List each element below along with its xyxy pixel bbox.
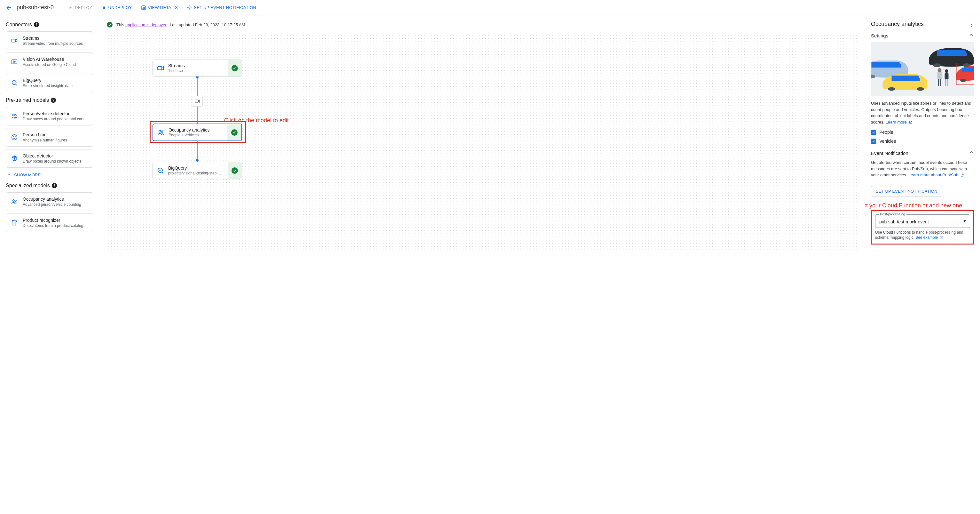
settings-description: Uses advanced inputs like zones or lines… (871, 100, 974, 125)
camera-icon (11, 37, 18, 45)
settings-section-header[interactable]: Settings (871, 32, 974, 39)
show-more-button[interactable]: SHOW MORE (7, 172, 92, 178)
svg-point-28 (917, 87, 924, 91)
checkbox-checked-icon (871, 129, 876, 135)
svg-rect-3 (12, 39, 16, 42)
setup-notification-button[interactable]: SET UP EVENT NOTIFICATION (184, 3, 259, 12)
svg-rect-36 (945, 79, 947, 86)
deploy-button[interactable]: DEPLOY (65, 3, 95, 12)
svg-rect-35 (945, 73, 949, 79)
check-icon (231, 129, 237, 136)
model-object-detector[interactable]: Object detectorDraw boxes around known o… (6, 149, 93, 168)
chevron-up-icon (969, 150, 974, 157)
people-icon (153, 124, 169, 140)
sidebar: Connectors ? StreamsStream video from mu… (0, 15, 99, 514)
view-details-button[interactable]: VIEW DETAILS (138, 3, 181, 12)
svg-point-10 (15, 136, 16, 137)
svg-point-20 (161, 131, 163, 132)
bigquery-icon (11, 79, 18, 87)
connector-streams[interactable]: StreamsStream video from multiple source… (6, 31, 93, 50)
panel-title: Occupancy analytics (871, 21, 924, 27)
help-icon[interactable]: ? (51, 97, 56, 103)
svg-point-7 (15, 115, 16, 116)
svg-rect-32 (938, 79, 939, 86)
learn-more-pubsub-link[interactable]: Learn more about Pub/Sub (908, 172, 964, 177)
checkbox-checked-icon (871, 139, 876, 144)
details-panel: Occupancy analytics ⋮ Settings (865, 15, 980, 514)
setup-event-notification-button[interactable]: SET UP EVENT NOTIFICATION (871, 186, 942, 196)
svg-point-23 (933, 63, 941, 67)
connector-bigquery[interactable]: BigQueryStore structured insights data (6, 73, 93, 92)
check-icon (231, 168, 238, 174)
model-person-blur[interactable]: Person blurAnonymize human figures (6, 128, 93, 147)
help-icon[interactable]: ? (34, 22, 39, 27)
svg-rect-37 (947, 79, 948, 86)
svg-point-6 (13, 114, 15, 116)
stop-icon (101, 5, 107, 10)
svg-point-30 (938, 68, 942, 72)
svg-point-9 (13, 136, 14, 137)
model-occupancy-analytics[interactable]: Occupancy analyticsAdvanced person/vehic… (6, 192, 93, 211)
camera-icon (153, 60, 168, 76)
shirt-icon (11, 219, 18, 227)
status-check-icon (107, 22, 113, 27)
post-processing-helper: Use Cloud Functions to handle post-proce… (875, 230, 970, 241)
play-icon (68, 5, 73, 10)
check-icon (231, 65, 238, 71)
svg-point-34 (945, 69, 948, 73)
svg-rect-18 (195, 100, 198, 102)
checkbox-vehicles[interactable]: Vehicles (871, 139, 974, 144)
svg-rect-33 (940, 79, 941, 86)
event-section-header[interactable]: Event Notification (871, 150, 974, 157)
dropdown-arrow-icon: ▼ (963, 219, 967, 223)
svg-point-8 (12, 135, 17, 140)
node-streams[interactable]: Streams1 source (153, 59, 242, 77)
node-occupancy-analytics[interactable]: Occupancy analyticsPeople + vehicles (153, 123, 242, 141)
back-arrow-icon[interactable] (5, 4, 13, 11)
svg-point-19 (159, 130, 161, 132)
svg-point-2 (189, 7, 190, 8)
event-description: Get alerted when certain model events oc… (871, 160, 974, 178)
people-icon (11, 198, 18, 206)
svg-point-11 (13, 200, 15, 202)
see-example-link[interactable]: See example (915, 235, 943, 240)
svg-point-27 (888, 87, 895, 91)
more-menu-icon[interactable]: ⋮ (969, 21, 974, 27)
app-title: pub-sub-test-0 (17, 4, 54, 11)
people-icon (11, 112, 18, 120)
cube-icon (11, 155, 18, 162)
chevron-up-icon (969, 32, 974, 39)
model-product-recognizer[interactable]: Product recognizerDetect items from a pr… (6, 214, 93, 232)
checkbox-people[interactable]: People (871, 129, 974, 135)
topbar: pub-sub-test-0 DEPLOY UNDEPLOY VIEW DETA… (0, 0, 980, 15)
settings-illustration (871, 42, 974, 96)
face-icon (11, 134, 18, 141)
section-pretrained: Pre-trained models ? (6, 97, 93, 103)
bigquery-icon (153, 162, 168, 179)
node-bigquery[interactable]: BigQueryprojects/visionai-testing-stabl… (153, 162, 242, 179)
canvas-area[interactable]: This application is deployed. Last updat… (99, 15, 865, 514)
chart-icon (141, 5, 146, 10)
section-connectors: Connectors ? (6, 22, 93, 27)
learn-more-link[interactable]: Learn more (886, 120, 913, 125)
svg-point-12 (15, 200, 16, 202)
model-person-vehicle-detector[interactable]: Person/vehicle detectorDraw boxes around… (6, 107, 93, 126)
status-banner: This application is deployed. Last updat… (107, 22, 857, 27)
highlight-post-processing: Post-processing pub-sub-test-mock-event … (871, 210, 974, 245)
section-specialized: Specialized models ? (6, 183, 93, 188)
undeploy-button[interactable]: UNDEPLOY (99, 3, 135, 12)
video-passthrough-icon[interactable] (192, 96, 203, 107)
connector-warehouse[interactable]: Vision AI WarehouseAssets stored on Goog… (6, 53, 93, 71)
svg-rect-0 (103, 6, 105, 9)
help-icon[interactable]: ? (52, 183, 57, 188)
annotation-select-cloud-function: Select your Cloud Function or add new on… (865, 202, 974, 209)
post-processing-select[interactable]: Post-processing pub-sub-test-mock-event … (875, 214, 970, 228)
configure-icon (187, 5, 192, 10)
svg-rect-17 (158, 67, 162, 70)
chevron-down-icon (7, 172, 11, 178)
svg-rect-31 (937, 72, 942, 79)
svg-point-29 (960, 79, 967, 82)
play-box-icon (11, 58, 18, 65)
svg-point-16 (196, 159, 199, 162)
deployed-link[interactable]: application is deployed (125, 22, 167, 27)
